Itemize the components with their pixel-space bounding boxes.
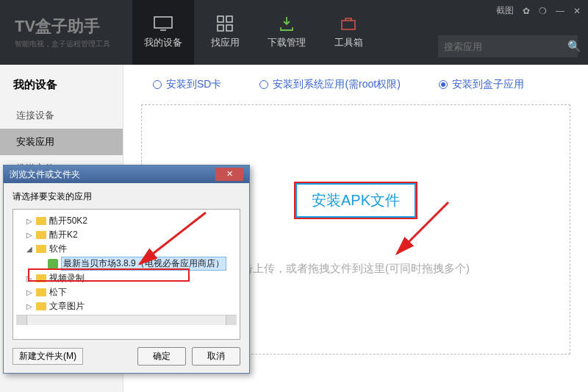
cancel-button[interactable]: 取消: [192, 347, 240, 366]
radio-system-app[interactable]: 安装到系统应用(需root权限): [259, 78, 400, 91]
download-icon: [277, 15, 296, 32]
search-input[interactable]: [444, 41, 567, 52]
collapse-icon[interactable]: ◢: [26, 245, 33, 253]
screenshot-button[interactable]: 截图: [496, 4, 514, 17]
svg-rect-4: [218, 25, 223, 31]
expand-icon[interactable]: ▷: [26, 231, 33, 239]
radio-sd-card[interactable]: 安装到SD卡: [153, 78, 221, 91]
search-icon[interactable]: 🔍: [567, 40, 581, 53]
app-title: TV盒子助手: [15, 15, 132, 38]
expand-icon[interactable]: ▷: [26, 288, 33, 296]
minimize-button[interactable]: —: [556, 6, 564, 16]
expand-icon[interactable]: ▷: [26, 302, 33, 310]
folder-icon: [36, 245, 46, 253]
horizontal-scrollbar[interactable]: [16, 315, 237, 325]
install-target-radios: 安装到SD卡 安装到系统应用(需root权限) 安装到盒子应用: [141, 78, 570, 91]
nav-find-apps[interactable]: 找应用: [194, 0, 256, 65]
titlebar-controls: 截图 ✿ ❍ — ✕: [496, 4, 581, 17]
sidebar-title: 我的设备: [0, 65, 123, 102]
svg-rect-3: [226, 16, 232, 22]
ok-button[interactable]: 确定: [137, 347, 186, 366]
close-button[interactable]: ✕: [573, 6, 581, 16]
dialog-prompt: 请选择要安装的应用: [12, 190, 240, 203]
annotation-arrow: [132, 209, 213, 278]
svg-line-7: [140, 213, 206, 264]
top-nav: 我的设备 找应用 下载管理 工具箱: [132, 0, 379, 65]
highlight-box: [28, 268, 190, 282]
monitor-icon: [154, 15, 173, 32]
new-folder-button[interactable]: 新建文件夹(M): [12, 348, 83, 365]
nav-toolbox[interactable]: 工具箱: [318, 0, 379, 65]
tree-item[interactable]: ▷文章图片: [16, 299, 237, 313]
app-subtitle: 智能电视，盒子远程管理工具: [15, 39, 132, 49]
nav-my-devices[interactable]: 我的设备: [132, 0, 194, 65]
settings-icon[interactable]: ✿: [523, 6, 530, 16]
svg-line-8: [397, 202, 448, 254]
radio-box-app[interactable]: 安装到盒子应用: [439, 78, 524, 91]
svg-rect-5: [226, 25, 232, 31]
folder-icon: [36, 288, 46, 296]
svg-rect-2: [218, 16, 223, 22]
dialog-title-text: 浏览文件或文件夹: [10, 168, 80, 181]
expand-icon[interactable]: ▷: [26, 217, 33, 225]
sidebar-item-install[interactable]: 安装应用: [0, 129, 123, 155]
logo-area: TV盒子助手 智能电视，盒子远程管理工具: [0, 15, 132, 49]
tree-item[interactable]: ▷松下: [16, 285, 237, 299]
grid-icon: [215, 15, 234, 32]
radio-icon: [153, 80, 162, 89]
app-icon: [48, 259, 58, 269]
toolbox-icon: [339, 15, 358, 32]
dialog-titlebar[interactable]: 浏览文件或文件夹 ✕: [4, 165, 249, 183]
dialog-close-button[interactable]: ✕: [215, 168, 243, 181]
radio-icon: [259, 80, 268, 89]
titlebar: TV盒子助手 智能电视，盒子远程管理工具 我的设备 找应用 下载管理 工具箱 截…: [0, 0, 588, 65]
folder-icon: [36, 217, 46, 225]
dialog-button-row: 新建文件夹(M) 确定 取消: [12, 347, 240, 366]
annotation-arrow: [390, 199, 456, 268]
folder-icon: [36, 231, 46, 239]
search-box[interactable]: 🔍: [438, 35, 578, 57]
svg-rect-0: [154, 17, 172, 28]
help-icon[interactable]: ❍: [539, 6, 547, 16]
folder-icon: [36, 302, 46, 310]
nav-downloads[interactable]: 下载管理: [256, 0, 318, 65]
svg-rect-6: [342, 21, 355, 29]
radio-icon: [439, 80, 448, 89]
sidebar-item-connect[interactable]: 连接设备: [0, 102, 123, 129]
